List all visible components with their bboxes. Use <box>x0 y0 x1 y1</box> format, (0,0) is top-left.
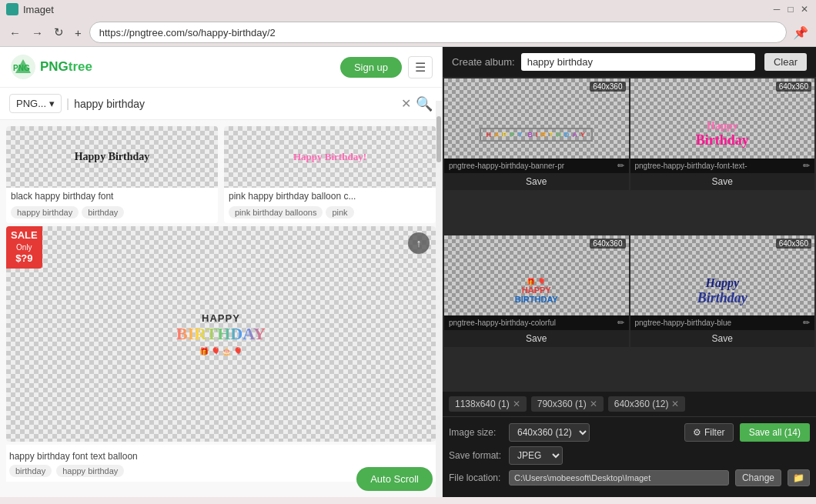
clear-button[interactable]: Clear <box>764 53 807 71</box>
save-all-button[interactable]: Save all (14) <box>740 423 810 442</box>
auto-scroll-button[interactable]: Auto Scroll <box>356 467 433 491</box>
sale-badge: SALE Only $?9 <box>6 226 42 269</box>
logo-tree: tree <box>69 59 92 74</box>
title-bar: Imaget ─ □ ✕ <box>0 0 816 18</box>
app-icon <box>6 3 18 15</box>
card-image-2[interactable]: Happy Birthday! <box>224 126 436 188</box>
tag-happy-birthday-1[interactable]: happy birthday <box>11 206 79 219</box>
save-button-2[interactable]: Save <box>630 173 815 190</box>
tag-pink[interactable]: pink <box>326 206 353 219</box>
filter-tag-1138-label: 1138x640 (1) <box>455 399 510 409</box>
small-cards-grid: Happy Birthday black happy birthday font… <box>6 126 436 223</box>
large-card-title: happy birthday font text balloon <box>9 449 433 463</box>
tag-birthday-1[interactable]: birthday <box>82 206 124 219</box>
card-title-1: black happy birthday font <box>6 188 218 205</box>
edit-icon-4[interactable]: ✏ <box>803 318 810 328</box>
maximize-button[interactable]: □ <box>785 4 796 15</box>
image-thumb-1[interactable]: HAPPY BIRTHDAY 640x360 pngtree-happy-bir… <box>444 78 629 190</box>
res-badge-3: 640x360 <box>590 239 625 249</box>
album-input[interactable] <box>521 53 755 71</box>
content-area: Happy Birthday black happy birthday font… <box>0 120 442 497</box>
filter-tag-640-remove[interactable]: ✕ <box>671 399 679 409</box>
save-format-label: Save format: <box>449 450 503 461</box>
pngtree-logo[interactable]: PNG PNGtree <box>9 53 92 81</box>
forward-button[interactable]: → <box>28 25 46 41</box>
edit-icon-3[interactable]: ✏ <box>617 318 624 328</box>
pngtree-header: PNG PNGtree Sign up ☰ <box>0 47 442 88</box>
card-img-content-1: Happy Birthday <box>75 151 150 163</box>
save-button-4[interactable]: Save <box>630 330 815 347</box>
logo-svg: PNG <box>9 53 37 81</box>
tag-happy-birthday-large[interactable]: happy birthday <box>56 465 124 477</box>
thumb-text-4b: Birthday <box>697 290 747 306</box>
edit-icon-1[interactable]: ✏ <box>617 161 624 171</box>
image-card-2: Happy Birthday! pink happy birthday ball… <box>224 126 436 223</box>
filter-tag-640-label: 640x360 (12) <box>614 399 669 409</box>
scrollbar-track[interactable] <box>436 101 442 497</box>
tag-birthday-large[interactable]: birthday <box>9 465 52 477</box>
scrollbar-thumb[interactable] <box>436 116 441 162</box>
logo-text: PNGtree <box>40 59 92 75</box>
search-filter-dropdown[interactable]: PNG... ▾ <box>9 94 62 113</box>
signup-button[interactable]: Sign up <box>340 57 402 78</box>
card-tags-1: happy birthday birthday <box>6 205 218 223</box>
filter-tags-row: 1138x640 (1) ✕ 790x360 (1) ✕ 640x360 (12… <box>443 392 816 416</box>
thumb-name-4: pngtree-happy-birthday-blue <box>635 319 801 327</box>
image-card-1: Happy Birthday black happy birthday font… <box>6 126 218 223</box>
search-button[interactable]: 🔍 <box>416 95 433 112</box>
filter-icon: ⚙ <box>693 427 701 438</box>
edit-icon-2[interactable]: ✏ <box>803 161 810 171</box>
filter-tag-1138[interactable]: 1138x640 (1) ✕ <box>449 396 527 412</box>
file-path-input[interactable] <box>509 470 729 486</box>
address-bar[interactable] <box>89 22 787 43</box>
bottom-controls: Image size: 640x360 (12) 1138x640 (1) 79… <box>443 416 816 497</box>
save-format-row: Save format: JPEG PNG WEBP <box>449 446 810 465</box>
format-select[interactable]: JPEG PNG WEBP <box>509 446 563 465</box>
thumb-text-2b: Birthday <box>696 132 749 149</box>
filter-tag-1138-remove[interactable]: ✕ <box>513 399 520 409</box>
menu-button[interactable]: ☰ <box>408 56 433 78</box>
save-button-1[interactable]: Save <box>444 173 629 190</box>
save-button-3[interactable]: Save <box>444 330 629 347</box>
filter-tag-640[interactable]: 640x360 (12) ✕ <box>608 396 686 412</box>
image-thumb-2[interactable]: Happy Birthday 640x360 pngtree-happy-bir… <box>630 78 815 190</box>
large-card-image[interactable]: HAPPY BIRTHDAY 🎁 🎈 🎂 🎈 <box>6 226 436 442</box>
image-thumb-4[interactable]: Happy Birthday 640x360 pngtree-happy-bir… <box>630 235 815 347</box>
filter-tag-790-remove[interactable]: ✕ <box>590 399 597 409</box>
filter-button[interactable]: ⚙ Filter <box>684 423 734 442</box>
folder-icon: 📁 <box>793 472 804 483</box>
filter-tag-790[interactable]: 790x360 (1) ✕ <box>531 396 604 412</box>
folder-button[interactable]: 📁 <box>788 469 810 486</box>
card-image-1[interactable]: Happy Birthday <box>6 126 218 188</box>
refresh-button[interactable]: ↻ <box>51 24 67 41</box>
logo-png: PNG <box>40 59 69 74</box>
sale-text: SALE <box>11 229 38 242</box>
res-badge-4: 640x360 <box>776 239 811 249</box>
close-button[interactable]: ✕ <box>799 4 810 15</box>
app-title: Imaget <box>23 4 54 15</box>
new-tab-button[interactable]: + <box>72 25 85 41</box>
nav-bar: ← → ↻ + 📌 <box>0 18 816 46</box>
images-grid: HAPPY BIRTHDAY 640x360 pngtree-happy-bir… <box>443 77 816 392</box>
only-text: Only <box>11 242 38 252</box>
minimize-button[interactable]: ─ <box>771 4 782 15</box>
tag-pink-balloons[interactable]: pink birthday balloons <box>229 206 323 219</box>
change-button[interactable]: Change <box>735 469 781 486</box>
card-tags-2: pink birthday balloons pink <box>224 205 436 223</box>
pin-button[interactable]: 📌 <box>791 24 810 42</box>
back-button[interactable]: ← <box>6 25 24 41</box>
thumb-content-3: 🎁 🎈 HAPPY BIRTHDAY <box>515 278 558 304</box>
thumb-text-1: HAPPY BIRTHDAY <box>480 128 593 142</box>
clear-search-button[interactable]: ✕ <box>401 96 411 111</box>
filter-button-label: Filter <box>704 427 725 438</box>
res-badge-1: 640x360 <box>590 82 625 92</box>
image-size-select[interactable]: 640x360 (12) 1138x640 (1) 790x360 (1) Al… <box>509 423 590 442</box>
thumb-text-3a: HAPPY <box>515 285 558 295</box>
scroll-to-top-button[interactable]: ↑ <box>408 232 430 254</box>
res-badge-2: 640x360 <box>776 82 811 92</box>
divider: | <box>66 97 69 111</box>
image-thumb-3[interactable]: 🎁 🎈 HAPPY BIRTHDAY 640x360 pngtree-happy… <box>444 235 629 347</box>
search-input[interactable] <box>74 98 396 110</box>
thumb-text-3b: BIRTHDAY <box>515 295 558 304</box>
thumb-name-1: pngtree-happy-birthday-banner-pr <box>449 162 614 170</box>
